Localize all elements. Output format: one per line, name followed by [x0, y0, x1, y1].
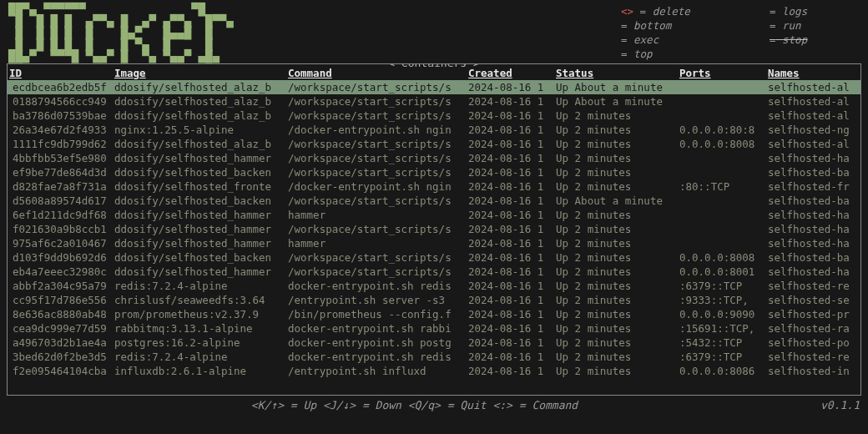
table-row[interactable]: cc95f17d786e556chrislusf/seaweedfs:3.64/… [8, 293, 861, 307]
table-row[interactable]: 3bed62d0f2be3d5redis:7.2.4-alpinedocker-… [8, 350, 861, 364]
table-row[interactable]: a496703d2b1ae4apostgres:16.2-alpinedocke… [8, 336, 861, 350]
table-row[interactable]: 1111fc9db799d62ddosify/selfhosted_alaz_b… [8, 137, 861, 151]
table-row[interactable]: abbf2a304c95a79redis:7.2.4-alpinedocker-… [8, 279, 861, 293]
shortcut-help: <> = delete = logs = bottom = run = exec… [621, 3, 860, 62]
table-row[interactable]: d103f9dd9b692d6ddosify/selfhosted_backen… [8, 250, 861, 265]
table-row[interactable]: d828fae7a8f731addosify/selfhosted_fronte… [8, 179, 861, 194]
panel-title: < Containers > [385, 63, 483, 69]
table-row[interactable]: 6ef1d211dc9df68ddosify/selfhosted_hammer… [8, 208, 861, 222]
table-row[interactable]: cea9dc999e77d59rabbitmq:3.13.1-alpinedoc… [8, 321, 861, 336]
col-image: Image [113, 66, 286, 80]
app-logo: ██▀▄ ▀▀▀▀▀▀ ▀█ █ █ █ █ ▄▀▀▄ █ ▄▀ ▄▀▀▄ █▀… [8, 3, 234, 62]
table-row[interactable]: 0188794566cc949ddosify/selfhosted_alaz_b… [8, 94, 861, 108]
col-status: Status [554, 66, 678, 80]
table-row[interactable]: f021630a9b8ccb1ddosify/selfhosted_hammer… [8, 222, 861, 236]
table-row[interactable]: d5608a89574d617ddosify/selfhosted_backen… [8, 194, 861, 208]
containers-table[interactable]: IDImageCommandCreatedStatusPortsNames ec… [8, 66, 861, 378]
containers-panel: < Containers > IDImageCommandCreatedStat… [7, 63, 861, 396]
table-row[interactable]: eb4a7eeec32980cddosify/selfhosted_hammer… [8, 265, 861, 279]
table-row[interactable]: 4bbfbb53ef5e980ddosify/selfhosted_hammer… [8, 151, 861, 165]
table-row[interactable]: 8e636ac8880ab48prom/prometheus:v2.37.9/b… [8, 307, 861, 321]
table-row[interactable]: 26a34e67d2f4933nginx:1.25.5-alpine/docke… [8, 123, 861, 137]
col-names: Names [766, 66, 861, 80]
col-ports: Ports [678, 66, 766, 80]
col-id: ID [8, 66, 113, 80]
table-row[interactable]: 975af6c2a010467ddosify/selfhosted_hammer… [8, 236, 861, 250]
table-row[interactable]: f2e095464104cbainfluxdb:2.6.1-alpine/ent… [8, 364, 861, 378]
table-row[interactable]: ecdbcea6b2edb5fddosify/selfhosted_alaz_b… [8, 80, 861, 94]
version-label: v0.1.1 [820, 399, 860, 411]
footer-keybinds: <K/↑> = Up <J/↓> = Down <Q/q> = Quit <:>… [8, 399, 820, 411]
table-row[interactable]: ef9be77de864d3dddosify/selfhosted_backen… [8, 165, 861, 179]
table-row[interactable]: ba3786d07539baeddosify/selfhosted_alaz_b… [8, 108, 861, 123]
